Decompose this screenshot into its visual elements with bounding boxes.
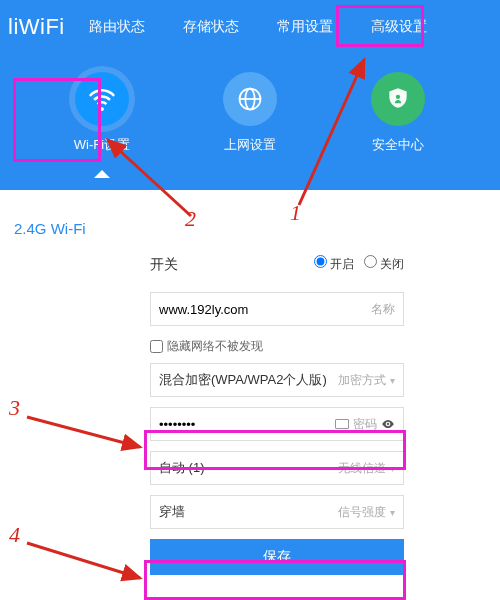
icon-label-wifi: Wi-Fi设置 xyxy=(47,136,157,154)
icon-cell-internet[interactable]: 上网设置 xyxy=(195,72,305,154)
save-button[interactable]: 保存 xyxy=(150,539,404,575)
radio-on[interactable] xyxy=(314,255,327,268)
radio-on-label[interactable]: 开启 xyxy=(314,257,354,271)
switch-label: 开关 xyxy=(150,256,178,274)
icon-cell-security[interactable]: 安全中心 xyxy=(343,72,453,154)
logo: liWiFi xyxy=(8,14,65,40)
password-suffix: 密码 xyxy=(353,416,377,433)
topbar: liWiFi 路由状态 存储状态 常用设置 高级设置 xyxy=(0,0,500,54)
ssid-suffix: 名称 xyxy=(371,301,395,318)
radio-off-label[interactable]: 关闭 xyxy=(364,257,404,271)
shield-icon xyxy=(371,72,425,126)
signal-suffix: 信号强度 xyxy=(338,504,386,521)
row-encryption: 混合加密(WPA/WPA2个人版) 加密方式 ▾ xyxy=(150,363,404,397)
chevron-down-icon: ▾ xyxy=(390,507,395,518)
hide-ssid-label: 隐藏网络不被发现 xyxy=(167,338,263,355)
signal-value: 穿墙 xyxy=(159,503,332,521)
tab-common-settings[interactable]: 常用设置 xyxy=(277,18,333,36)
row-channel: 自动 (1) 无线信道 ▾ xyxy=(150,451,404,485)
wifi-icon xyxy=(75,72,129,126)
keyboard-icon[interactable] xyxy=(335,419,349,429)
row-signal: 穿墙 信号强度 ▾ xyxy=(150,495,404,529)
svg-point-3 xyxy=(396,95,400,99)
tab-advanced-settings[interactable]: 高级设置 xyxy=(371,18,427,36)
row-save: 保存 xyxy=(150,539,404,575)
ssid-input[interactable] xyxy=(159,302,365,317)
chevron-down-icon: ▾ xyxy=(390,375,395,386)
eye-icon[interactable] xyxy=(381,417,395,431)
active-indicator-caret xyxy=(94,170,110,178)
radio-on-text: 开启 xyxy=(330,257,354,271)
row-password: 密码 xyxy=(150,407,404,441)
wifi-form: 开关 开启 关闭 名称 隐藏网络不被发现 混合加密(WPA/WPA2个人版) 加… xyxy=(0,255,500,575)
row-switch: 开关 开启 关闭 xyxy=(150,255,404,282)
row-hide-ssid[interactable]: 隐藏网络不被发现 xyxy=(150,336,404,363)
encryption-value: 混合加密(WPA/WPA2个人版) xyxy=(159,371,332,389)
ssid-field[interactable]: 名称 xyxy=(150,292,404,326)
radio-off[interactable] xyxy=(364,255,377,268)
switch-radios: 开启 关闭 xyxy=(308,255,404,273)
svg-point-4 xyxy=(387,423,389,425)
icon-cell-wifi[interactable]: Wi-Fi设置 xyxy=(47,72,157,154)
nav-tabs: 路由状态 存储状态 常用设置 高级设置 xyxy=(89,18,427,36)
encryption-suffix: 加密方式 xyxy=(338,372,386,389)
icon-row: Wi-Fi设置 上网设置 安全中心 xyxy=(0,54,500,154)
icon-label-security: 安全中心 xyxy=(343,136,453,154)
header: liWiFi 路由状态 存储状态 常用设置 高级设置 Wi-Fi设置 上网设置 … xyxy=(0,0,500,190)
icon-label-internet: 上网设置 xyxy=(195,136,305,154)
channel-select[interactable]: 自动 (1) 无线信道 ▾ xyxy=(150,451,404,485)
radio-off-text: 关闭 xyxy=(380,257,404,271)
hide-ssid-checkbox[interactable] xyxy=(150,340,163,353)
signal-select[interactable]: 穿墙 信号强度 ▾ xyxy=(150,495,404,529)
password-field[interactable]: 密码 xyxy=(150,407,404,441)
chevron-down-icon: ▾ xyxy=(390,463,395,474)
encryption-select[interactable]: 混合加密(WPA/WPA2个人版) 加密方式 ▾ xyxy=(150,363,404,397)
tab-storage-status[interactable]: 存储状态 xyxy=(183,18,239,36)
tab-router-status[interactable]: 路由状态 xyxy=(89,18,145,36)
globe-icon xyxy=(223,72,277,126)
password-input[interactable] xyxy=(159,417,329,432)
row-ssid: 名称 xyxy=(150,292,404,326)
section-title-24g: 2.4G Wi-Fi xyxy=(0,190,500,255)
channel-suffix: 无线信道 xyxy=(338,460,386,477)
channel-value: 自动 (1) xyxy=(159,459,332,477)
